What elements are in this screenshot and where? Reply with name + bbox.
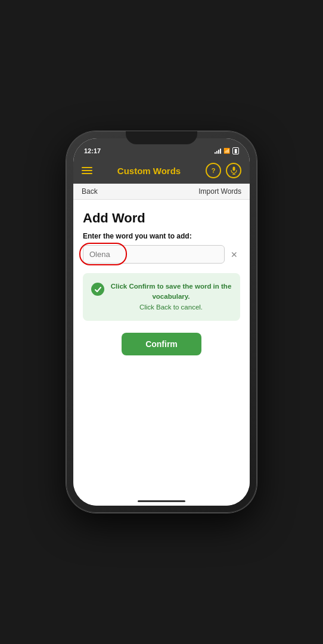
success-message-box: Click Confirm to save the word in the vo… <box>83 273 240 321</box>
input-row: ✕ <box>83 245 240 264</box>
status-icons: 📶 ▮ <box>215 147 239 154</box>
success-line1: Click Confirm to save the word in the vo… <box>111 283 232 300</box>
clear-input-button[interactable]: ✕ <box>228 247 240 262</box>
signal-icon <box>215 148 221 154</box>
success-line3: Click Back to cancel. <box>139 304 203 311</box>
phone-device: 12:17 📶 ▮ Custom <box>66 131 257 513</box>
word-input[interactable] <box>83 245 225 264</box>
wifi-icon: 📶 <box>223 148 230 154</box>
nav-bar: Back Import Words <box>73 184 250 200</box>
status-time: 12:17 <box>84 147 101 154</box>
menu-button[interactable] <box>82 167 92 174</box>
success-check-icon <box>91 283 104 296</box>
help-button[interactable]: ? <box>206 163 221 178</box>
mic-icon <box>231 166 237 175</box>
main-content: Add Word Enter the word you want to add:… <box>73 200 250 506</box>
success-text: Click Confirm to save the word in the vo… <box>110 281 232 312</box>
mic-button[interactable] <box>226 163 241 178</box>
battery-icon: ▮ <box>232 147 239 154</box>
phone-screen: 12:17 📶 ▮ Custom <box>73 138 250 506</box>
add-word-heading: Add Word <box>83 210 240 226</box>
header-bar: Custom Words ? <box>73 157 250 184</box>
svg-rect-0 <box>232 167 235 171</box>
input-label: Enter the word you want to add: <box>83 232 240 240</box>
page-title: Custom Words <box>117 166 181 176</box>
home-indicator <box>138 500 185 502</box>
import-words-button[interactable]: Import Words <box>198 187 241 196</box>
back-button[interactable]: Back <box>82 187 98 196</box>
phone-notch <box>126 131 197 144</box>
header-icons: ? <box>206 163 241 178</box>
word-input-wrapper <box>83 245 225 264</box>
confirm-button[interactable]: Confirm <box>122 333 201 355</box>
